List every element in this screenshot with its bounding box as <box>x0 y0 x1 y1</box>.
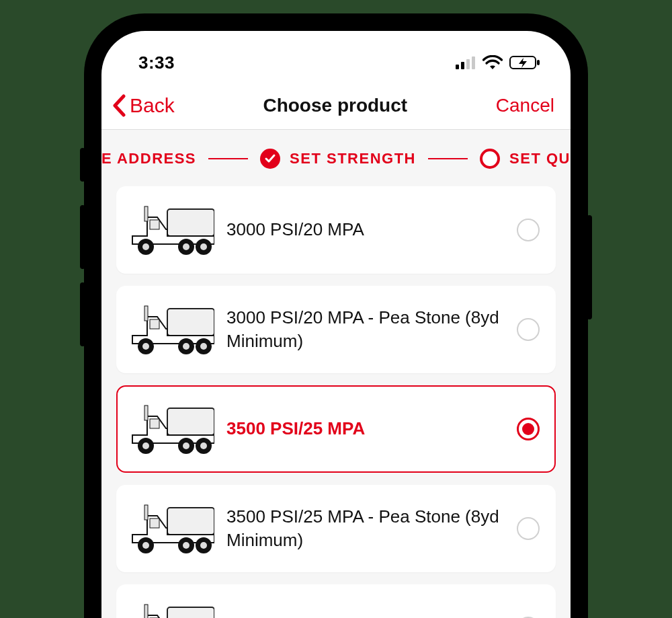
step-quantity: SET QU <box>480 149 571 169</box>
cancel-button[interactable]: Cancel <box>496 95 554 116</box>
svg-rect-35 <box>144 505 148 520</box>
step-address: E ADDRESS <box>101 150 196 167</box>
product-label: 3500 PSI/25 MPA - Pea Stone (8yd Minimum… <box>226 505 517 552</box>
svg-rect-25 <box>150 419 159 428</box>
svg-point-30 <box>183 442 190 449</box>
step-quantity-label: SET QU <box>509 150 571 167</box>
svg-rect-1 <box>461 62 464 69</box>
svg-rect-3 <box>472 56 475 69</box>
product-label: 3500 PSI/25 MPA <box>226 417 517 440</box>
truck-icon <box>127 396 214 462</box>
truck-icon <box>127 197 214 263</box>
battery-charging-icon <box>509 55 540 70</box>
svg-point-21 <box>183 343 190 350</box>
svg-point-12 <box>183 243 190 250</box>
svg-point-32 <box>200 442 207 449</box>
svg-point-19 <box>142 343 149 350</box>
radio-unselected[interactable] <box>517 219 540 241</box>
radio-selected[interactable] <box>517 418 540 440</box>
stepper: E ADDRESS SET STRENGTH SET QU <box>101 130 571 186</box>
check-circle-icon <box>260 149 280 169</box>
phone-volume-down <box>80 282 85 346</box>
svg-point-14 <box>200 243 207 250</box>
status-indicators <box>456 55 540 70</box>
cellular-icon <box>456 56 476 69</box>
step-address-label: E ADDRESS <box>101 150 196 167</box>
svg-rect-16 <box>150 319 159 329</box>
svg-rect-15 <box>167 309 214 336</box>
chevron-left-icon <box>111 94 128 117</box>
svg-rect-34 <box>150 518 159 528</box>
svg-rect-0 <box>456 65 459 69</box>
svg-rect-7 <box>150 220 159 229</box>
nav-bar: Back Choose product Cancel <box>101 85 571 130</box>
svg-rect-6 <box>167 209 214 236</box>
product-list[interactable]: 3000 PSI/20 MPA <box>101 186 571 618</box>
step-strength: SET STRENGTH <box>260 149 416 169</box>
phone-silent-switch <box>80 148 85 182</box>
product-option[interactable]: 4000 PSI/30 MPA <box>116 584 556 618</box>
svg-rect-26 <box>144 405 148 420</box>
svg-rect-17 <box>144 306 148 321</box>
svg-rect-42 <box>167 607 214 618</box>
phone-volume-up <box>80 205 85 269</box>
svg-rect-8 <box>144 206 148 221</box>
step-pending-icon <box>480 149 500 169</box>
status-time: 3:33 <box>138 52 175 73</box>
svg-rect-2 <box>466 59 470 69</box>
truck-icon <box>127 297 214 362</box>
back-button[interactable]: Back <box>111 94 175 117</box>
svg-point-37 <box>142 542 149 549</box>
svg-rect-44 <box>144 605 148 618</box>
screen: 3:33 <box>101 31 571 618</box>
status-bar: 3:33 <box>101 31 571 85</box>
product-label: 3000 PSI/20 MPA - Pea Stone (8yd Minimum… <box>226 306 517 353</box>
svg-rect-5 <box>537 60 540 65</box>
truck-icon <box>127 496 214 562</box>
svg-rect-24 <box>167 408 214 435</box>
svg-point-41 <box>200 542 207 549</box>
product-option[interactable]: 3500 PSI/25 MPA - Pea Stone (8yd Minimum… <box>116 485 556 572</box>
product-option-selected[interactable]: 3500 PSI/25 MPA <box>116 385 556 473</box>
step-connector <box>428 158 468 159</box>
product-option[interactable]: 3000 PSI/20 MPA <box>116 186 556 274</box>
step-strength-label: SET STRENGTH <box>290 150 416 167</box>
radio-unselected[interactable] <box>517 318 540 341</box>
phone-frame: 3:33 <box>84 13 588 618</box>
svg-point-23 <box>200 343 207 350</box>
svg-rect-33 <box>167 508 214 535</box>
product-label: 3000 PSI/20 MPA <box>226 218 517 241</box>
svg-point-28 <box>142 442 149 449</box>
back-label: Back <box>130 94 175 117</box>
phone-side-button <box>587 215 592 319</box>
wifi-icon <box>482 55 503 70</box>
step-connector <box>208 158 248 159</box>
page-title: Choose product <box>263 95 407 116</box>
product-option[interactable]: 3000 PSI/20 MPA - Pea Stone (8yd Minimum… <box>116 286 556 373</box>
truck-icon <box>127 595 214 618</box>
radio-unselected[interactable] <box>517 517 540 540</box>
svg-point-39 <box>183 542 190 549</box>
svg-point-10 <box>142 243 149 250</box>
